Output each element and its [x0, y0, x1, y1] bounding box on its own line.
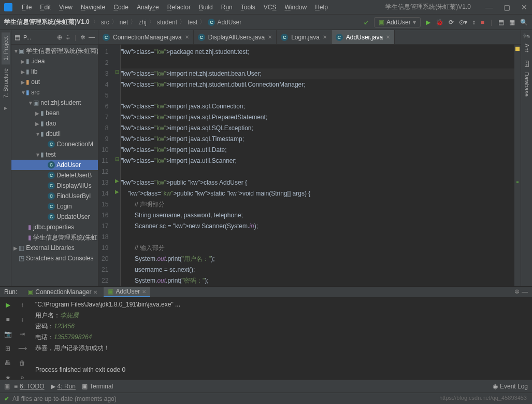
menu-help[interactable]: Help	[312, 3, 331, 12]
maximize-button[interactable]: ▢	[503, 4, 510, 11]
tree-external[interactable]: ▶▥ External Libraries	[11, 243, 98, 253]
profile-icon[interactable]: ⊙▾	[459, 19, 467, 26]
tree-login[interactable]: C Login	[11, 201, 98, 212]
menu-refactor[interactable]: Refactor	[164, 3, 194, 12]
tool-project[interactable]: 1: Project	[2, 32, 10, 64]
warning-marker-icon[interactable]	[515, 47, 520, 51]
breadcrumb-zhj[interactable]: zhj	[138, 19, 146, 26]
close-button[interactable]: ✕	[521, 4, 528, 11]
tool-structure[interactable]: 7: Structure	[2, 64, 10, 102]
coverage-icon[interactable]: ⟳	[449, 19, 454, 26]
debug-button[interactable]: 🐞	[436, 19, 443, 26]
down-icon[interactable]: ↓	[17, 314, 28, 325]
panel-title[interactable]: P...	[23, 34, 54, 40]
tree-iml[interactable]: ▮ 学生信息管理系统(朱虹	[11, 232, 98, 243]
status-run[interactable]: ▶ 4: Run	[51, 383, 76, 390]
vcs-commit-icon[interactable]: ▦	[509, 19, 515, 26]
close-icon[interactable]: ✕	[268, 34, 272, 40]
run-settings-icon[interactable]: ✲	[514, 288, 520, 296]
collapse-icon[interactable]: ≑	[65, 34, 70, 41]
tree-displayall[interactable]: C DisplayAllUs	[11, 180, 98, 191]
tree-dbutil[interactable]: ▼▮ dbutil	[11, 129, 98, 139]
project-root[interactable]: 学生信息管理系统(朱虹菊)V1.0	[4, 18, 90, 26]
menu-build[interactable]: Build	[196, 3, 216, 12]
menu-analyze[interactable]: Analyze	[134, 3, 162, 12]
tab-connmanager[interactable]: CConnectionManager.java✕	[98, 30, 194, 44]
menu-vcs[interactable]: VCS	[261, 3, 280, 12]
menu-navigate[interactable]: Navigate	[78, 3, 108, 12]
breadcrumb-test[interactable]: test	[188, 19, 197, 26]
tree-updateuser[interactable]: C UpdateUser	[11, 212, 98, 222]
tree-deleteuser[interactable]: C DeleteUserB	[11, 170, 98, 180]
bookmarks-icon[interactable]: ▸	[4, 104, 7, 112]
tree-root[interactable]: ▼▣ 学生信息管理系统(朱虹菊)	[11, 46, 98, 56]
code-content[interactable]: "kw">class="kw">package net.zhj.student.…	[121, 45, 514, 286]
tree-finduser[interactable]: C FindUserByI	[11, 191, 98, 201]
tree-jdbc[interactable]: ▮ jdbc.properties	[11, 222, 98, 232]
tree-bean[interactable]: ▶▮ bean	[11, 108, 98, 118]
close-icon[interactable]: ✕	[142, 289, 146, 295]
run-button[interactable]: ▶	[426, 19, 430, 26]
tree-lib[interactable]: ▶▮ lib	[11, 66, 98, 77]
breadcrumb-student[interactable]: student	[157, 19, 177, 26]
print-icon[interactable]: 🖶	[2, 357, 13, 369]
run-tab-adduser[interactable]: ▣AddUser✕	[104, 287, 150, 297]
settings-icon[interactable]: ✲	[80, 34, 85, 41]
database-icon[interactable]: 🗄	[524, 61, 530, 68]
tree-dao[interactable]: ▶▮ dao	[11, 118, 98, 129]
run-tab-conn[interactable]: ▣ConnectionManager✕	[23, 287, 102, 297]
code-area[interactable]: 12345678910111213141516171819202122 ⊟ ⊟ …	[98, 45, 521, 286]
tab-adduser[interactable]: CAddUser.java✕	[332, 30, 395, 44]
ant-icon[interactable]: 🐜	[523, 32, 530, 39]
tree-scratches[interactable]: ◳ Scratches and Consoles	[11, 253, 98, 263]
tree-idea[interactable]: ▶▮ .idea	[11, 56, 98, 66]
tab-login[interactable]: CLogin.java✕	[277, 30, 332, 44]
tab-displayall[interactable]: CDisplayAllUsers.java✕	[194, 30, 277, 44]
attach-icon[interactable]: ↕	[472, 19, 476, 26]
scroll-icon[interactable]: ⟿	[17, 343, 28, 354]
dump-icon[interactable]: 📷	[2, 328, 13, 340]
layout-icon[interactable]: ⊞	[2, 343, 13, 354]
status-todo[interactable]: ≡ 6: TODO	[14, 383, 45, 390]
menu-run[interactable]: Run	[218, 3, 236, 12]
wrap-icon[interactable]: ⇥	[17, 328, 28, 340]
tree-adduser[interactable]: C AddUser	[11, 160, 98, 170]
build-icon[interactable]: ↙	[364, 19, 369, 26]
stop-button[interactable]: ■	[481, 19, 484, 26]
run-hide-icon[interactable]: —	[522, 288, 528, 296]
breadcrumb-src[interactable]: src	[101, 19, 109, 26]
search-icon[interactable]: 🔍	[520, 19, 528, 26]
menu-window[interactable]: Window	[281, 3, 310, 12]
up-icon[interactable]: ↑	[17, 299, 28, 311]
menu-code[interactable]: Code	[110, 3, 132, 12]
trash-icon[interactable]: 🗑	[17, 357, 28, 369]
tree-test[interactable]: ▼▮ test	[11, 149, 98, 160]
hide-icon[interactable]: —	[89, 34, 95, 41]
marker-icon[interactable]	[516, 182, 519, 183]
close-icon[interactable]: ✕	[323, 34, 327, 40]
tree-connmanager[interactable]: C ConnectionM	[11, 139, 98, 149]
minimize-button[interactable]: —	[485, 4, 493, 11]
status-eventlog[interactable]: ◉ Event Log	[493, 383, 528, 390]
tool-ant[interactable]: Ant	[523, 39, 531, 57]
menu-view[interactable]: View	[56, 3, 76, 12]
console-output[interactable]: "C:\Program Files\Java\jdk1.8.0_191\bin\…	[31, 297, 532, 385]
menu-tools[interactable]: Tools	[238, 3, 258, 12]
status-terminal[interactable]: ▣ Terminal	[82, 383, 113, 390]
stop-run-button[interactable]: ■	[2, 314, 13, 325]
tool-database[interactable]: Database	[523, 68, 531, 101]
run-config-selector[interactable]: ▣ AddUser ▾	[374, 17, 421, 27]
breadcrumb-net[interactable]: net	[120, 19, 128, 26]
close-icon[interactable]: ✕	[93, 289, 97, 295]
breadcrumb-class[interactable]: CAddUser	[208, 19, 241, 26]
menu-file[interactable]: File	[19, 3, 35, 12]
rerun-button[interactable]: ▶	[2, 299, 13, 311]
close-icon[interactable]: ✕	[386, 34, 390, 40]
tree-package[interactable]: ▼▣ net.zhj.student	[11, 97, 98, 108]
tool-window-icon[interactable]: ▣	[4, 383, 10, 390]
tree-out[interactable]: ▶▮ out	[11, 77, 98, 87]
close-icon[interactable]: ✕	[185, 34, 189, 40]
locate-icon[interactable]: ⊕	[57, 34, 62, 41]
menu-edit[interactable]: Edit	[37, 3, 54, 12]
vcs-update-icon[interactable]: ▤	[498, 19, 504, 26]
